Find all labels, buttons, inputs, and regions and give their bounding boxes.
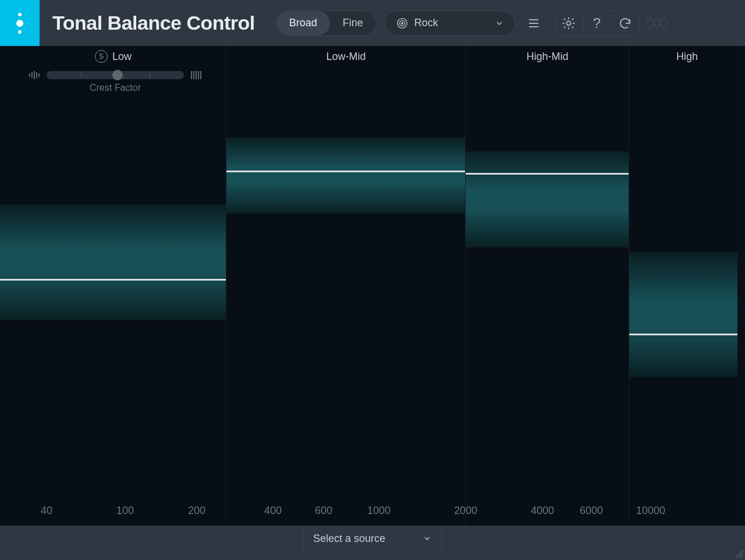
band-column-high[interactable] xyxy=(629,46,737,526)
solo-button-low[interactable]: S xyxy=(95,50,108,63)
target-zone-lowmid xyxy=(226,137,465,214)
crest-factor-label: Crest Factor xyxy=(29,83,201,93)
help-button[interactable]: ? xyxy=(583,10,611,36)
preset-label: Rock xyxy=(414,17,438,29)
tonal-balance-chart: 40 100 200 400 600 1000 2000 4000 6000 1… xyxy=(0,46,737,526)
xtick: 4000 xyxy=(531,505,554,517)
waveform-decoration-icon xyxy=(645,13,669,34)
settings-button[interactable] xyxy=(555,10,583,36)
header-bar: Tonal Balance Control Broad Fine Rock xyxy=(0,0,745,46)
gear-icon xyxy=(561,16,576,31)
xtick: 1000 xyxy=(367,505,391,517)
xtick: 6000 xyxy=(580,505,603,517)
chevron-down-icon xyxy=(495,19,504,28)
target-zone-high xyxy=(629,252,737,377)
xtick: 10000 xyxy=(636,505,665,517)
source-dropdown[interactable]: Select a source xyxy=(303,526,442,551)
crest-factor-slider[interactable] xyxy=(47,71,184,79)
view-toggle: Broad Fine xyxy=(276,10,377,36)
level-line-highmid xyxy=(466,173,629,175)
brand-logo[interactable] xyxy=(0,0,40,46)
band-column-highmid[interactable] xyxy=(466,46,629,526)
xtick: 40 xyxy=(41,505,52,517)
xtick: 200 xyxy=(188,505,205,517)
band-column-low[interactable] xyxy=(0,46,226,526)
target-zone-highmid xyxy=(466,151,629,247)
toolbar-icon-group: ? xyxy=(555,10,640,37)
xtick: 100 xyxy=(116,505,134,517)
footer-bar: Select a source xyxy=(0,526,745,560)
view-broad-button[interactable]: Broad xyxy=(276,11,330,36)
app-title: Tonal Balance Control xyxy=(52,12,255,34)
source-placeholder: Select a source xyxy=(313,533,385,545)
band-label-text: High-Mid xyxy=(526,51,568,63)
band-label-high[interactable]: High xyxy=(629,46,745,63)
undo-button[interactable] xyxy=(611,10,639,36)
xtick: 600 xyxy=(315,505,332,517)
target-icon xyxy=(396,17,409,30)
izotope-logo-icon xyxy=(16,13,23,34)
target-zone-low xyxy=(0,204,226,320)
band-column-lowmid[interactable] xyxy=(226,46,466,526)
svg-point-3 xyxy=(567,21,571,25)
level-line-low xyxy=(0,279,226,281)
undo-icon xyxy=(618,16,632,30)
band-label-highmid[interactable]: High-Mid xyxy=(466,46,629,63)
band-labels-row: S Low Low-Mid High-Mid High xyxy=(0,46,745,63)
band-label-lowmid[interactable]: Low-Mid xyxy=(226,46,466,63)
help-icon: ? xyxy=(593,15,601,31)
x-axis: 40 100 200 400 600 1000 2000 4000 6000 1… xyxy=(0,505,737,520)
view-fine-button[interactable]: Fine xyxy=(330,11,376,36)
slider-thumb[interactable] xyxy=(112,70,123,80)
band-label-low[interactable]: S Low xyxy=(0,46,226,63)
xtick: 2000 xyxy=(454,505,477,517)
band-label-text: High xyxy=(676,51,698,63)
svg-point-2 xyxy=(401,22,403,24)
band-label-text: Low xyxy=(112,51,132,63)
preset-menu-button[interactable] xyxy=(520,10,548,36)
waveform-small-icon xyxy=(29,71,40,79)
chevron-down-icon xyxy=(423,534,432,543)
resize-grip-icon[interactable] xyxy=(735,550,744,559)
bars-dense-icon xyxy=(191,71,201,79)
preset-dropdown[interactable]: Rock xyxy=(385,10,515,36)
level-line-lowmid xyxy=(226,171,465,172)
crest-factor-control: Crest Factor xyxy=(29,71,201,93)
band-label-text: Low-Mid xyxy=(326,51,366,63)
menu-icon xyxy=(527,16,541,30)
xtick: 400 xyxy=(264,505,282,517)
level-line-high xyxy=(629,334,737,335)
